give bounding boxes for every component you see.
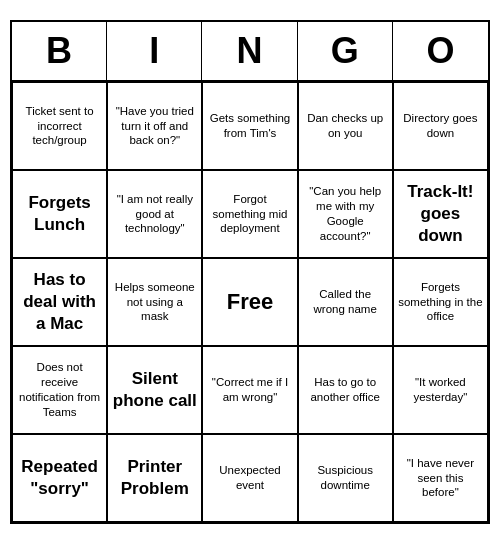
bingo-cell: Forgets Lunch	[12, 170, 107, 258]
bingo-grid: Ticket sent to incorrect tech/group"Have…	[12, 82, 488, 522]
bingo-cell: "Have you tried turn it off and back on?…	[107, 82, 202, 170]
bingo-cell: Forgets something in the office	[393, 258, 488, 346]
bingo-cell: Dan checks up on you	[298, 82, 393, 170]
bingo-cell: Called the wrong name	[298, 258, 393, 346]
bingo-cell: "I have never seen this before"	[393, 434, 488, 522]
bingo-card: BINGO Ticket sent to incorrect tech/grou…	[10, 20, 490, 524]
bingo-cell: "I am not really good at technology"	[107, 170, 202, 258]
header-letter: B	[12, 22, 107, 80]
bingo-cell: Printer Problem	[107, 434, 202, 522]
bingo-cell: Unexpected event	[202, 434, 297, 522]
bingo-cell: "Correct me if I am wrong"	[202, 346, 297, 434]
header-letter: I	[107, 22, 202, 80]
bingo-cell: Does not receive notification from Teams	[12, 346, 107, 434]
bingo-cell: Repeated "sorry"	[12, 434, 107, 522]
bingo-cell: Track-It! goes down	[393, 170, 488, 258]
header-letter: O	[393, 22, 488, 80]
bingo-cell: Forgot something mid deployment	[202, 170, 297, 258]
header-letter: G	[298, 22, 393, 80]
bingo-cell: Free	[202, 258, 297, 346]
bingo-cell: "Can you help me with my Google account?…	[298, 170, 393, 258]
bingo-cell: Suspicious downtime	[298, 434, 393, 522]
bingo-cell: "It worked yesterday"	[393, 346, 488, 434]
bingo-cell: Has to deal with a Mac	[12, 258, 107, 346]
bingo-cell: Helps someone not using a mask	[107, 258, 202, 346]
bingo-cell: Directory goes down	[393, 82, 488, 170]
bingo-header: BINGO	[12, 22, 488, 82]
bingo-cell: Silent phone call	[107, 346, 202, 434]
bingo-cell: Has to go to another office	[298, 346, 393, 434]
bingo-cell: Gets something from Tim's	[202, 82, 297, 170]
header-letter: N	[202, 22, 297, 80]
bingo-cell: Ticket sent to incorrect tech/group	[12, 82, 107, 170]
